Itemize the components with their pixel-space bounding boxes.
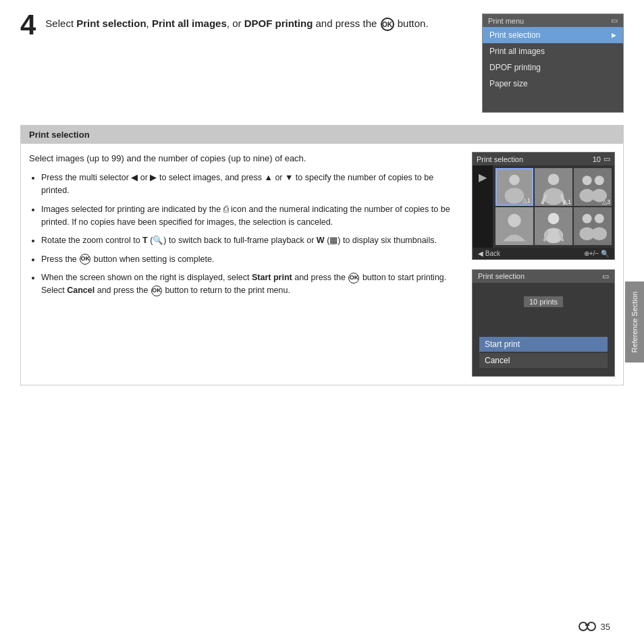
page-number: 35 [601, 622, 610, 632]
svg-point-15 [583, 214, 592, 223]
battery-icon-bottom: ▭ [602, 272, 609, 281]
thumb-4 [495, 207, 533, 245]
cam-top-body: ▶ △1 [473, 165, 614, 248]
thumb-3: △3 [574, 168, 612, 206]
step-number: 4 [20, 11, 36, 39]
print-menu-screenshot: Print menu ▭ Print selection Print all i… [482, 14, 624, 113]
cam-bottom-header: Print selection ▭ [473, 270, 614, 283]
print-selection-intro: Select images (up to 99) and the number … [29, 152, 453, 166]
cam-top-count: 10 [593, 155, 601, 163]
thumb-6 [574, 207, 612, 245]
thumb-2-label: △1 [563, 198, 571, 205]
cam-start-print[interactable]: Start print [479, 337, 608, 352]
print-selection-bullets: Press the multi selector ◀ or ▶ to selec… [29, 171, 453, 298]
svg-point-19 [579, 622, 587, 630]
menu-item-paper-size[interactable]: Paper size [483, 76, 623, 92]
bullet-3: Rotate the zoom control to T (🔍) to swit… [41, 234, 453, 247]
bullet-2: Images selected for printing are indicat… [41, 203, 453, 230]
svg-point-6 [583, 176, 592, 185]
svg-point-20 [587, 622, 595, 630]
print-selection-section: Print selection Select images (up to 99)… [20, 125, 624, 385]
bullet-1: Press the multi selector ◀ or ▶ to selec… [41, 171, 453, 198]
cam-top-screenshot: Print selection 10 ▭ ▶ [472, 152, 615, 260]
svg-point-0 [509, 175, 520, 186]
cam-sidebar: ▶ [473, 165, 493, 248]
svg-point-16 [595, 214, 604, 223]
menu-item-dpof[interactable]: DPOF printing [483, 59, 623, 76]
svg-point-7 [595, 176, 604, 185]
thumb-3-label: △3 [602, 198, 610, 205]
cam-grid: △1 △1 [493, 165, 614, 248]
cam-top-footer: ◀ Back ⊕+/− 🔍 [473, 248, 614, 259]
cam-cancel[interactable]: Cancel [479, 353, 608, 368]
svg-point-18 [592, 227, 607, 240]
step-text-before: Select [45, 18, 76, 29]
cam-footer-zoom: ⊕+/− 🔍 [584, 250, 609, 257]
step-text-mid1: , [146, 18, 152, 29]
step-text-mid2: , or [227, 18, 244, 29]
thumb-5 [535, 207, 572, 245]
bullet-4: Press the OK button when setting is comp… [41, 253, 453, 266]
cam-bottom-count: 10 prints [524, 296, 563, 307]
thumb-2: △1 [535, 168, 572, 206]
svg-point-11 [548, 213, 560, 224]
side-tab-label: Reference Section [630, 292, 639, 353]
thumb-1-label: △1 [522, 197, 531, 204]
battery-icon: ▭ [611, 16, 618, 25]
svg-point-1 [505, 188, 525, 203]
svg-point-10 [508, 214, 521, 227]
cam-bottom-body: 10 prints Start print Cancel [473, 283, 614, 376]
page-number-area: 35 [578, 621, 610, 632]
step-text-end: button. [395, 18, 429, 29]
cam-bottom-screenshot: Print selection ▭ 10 prints Start print … [472, 269, 615, 377]
screenshots-column: Print selection 10 ▭ ▶ [466, 152, 615, 377]
step-text-after: and press the [313, 18, 379, 29]
svg-line-4 [542, 194, 546, 204]
cam-top-header: Print selection 10 ▭ [473, 153, 614, 165]
menu-item-print-selection[interactable]: Print selection [483, 27, 623, 43]
camera-binoculars-icon [578, 621, 597, 632]
cam-footer-back: ◀ Back [478, 250, 500, 257]
cam-bottom-count-container: 10 prints [479, 296, 608, 321]
bold-print-selection: Print selection [76, 18, 146, 29]
print-selection-header: Print selection [21, 126, 623, 144]
ok-icon: OK [381, 18, 394, 31]
bold-dpof: DPOF printing [244, 18, 313, 29]
thumb-1: △1 [495, 168, 533, 206]
cam-top-title: Print selection [477, 155, 523, 163]
menu-item-print-all[interactable]: Print all images [483, 43, 623, 59]
battery-icon-top: ▭ [603, 155, 610, 163]
reference-section-tab: Reference Section [625, 281, 644, 363]
print-selection-content: Select images (up to 99) and the number … [29, 152, 466, 377]
play-icon: ▶ [479, 171, 487, 184]
bullet-5: When the screen shown on the right is di… [41, 271, 453, 298]
print-menu-title: Print menu ▭ [483, 14, 623, 27]
svg-point-2 [548, 173, 560, 185]
bold-print-all: Print all images [152, 18, 227, 29]
cam-bottom-title: Print selection [478, 272, 525, 281]
step-text: Select Print selection, Print all images… [45, 14, 475, 32]
